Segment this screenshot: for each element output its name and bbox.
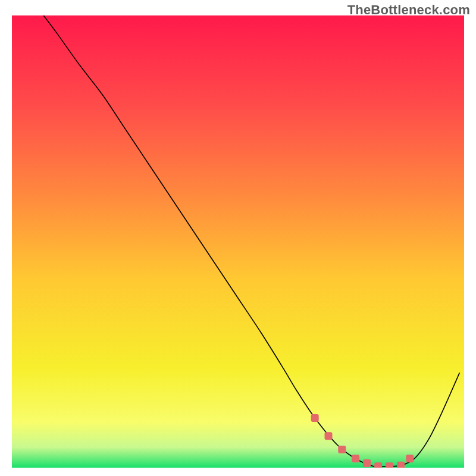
svg-rect-3 (352, 455, 359, 462)
svg-rect-4 (363, 459, 371, 467)
svg-rect-5 (374, 462, 382, 468)
svg-rect-8 (406, 455, 414, 462)
svg-rect-6 (386, 462, 393, 468)
bottleneck-chart (12, 15, 464, 468)
svg-rect-1 (325, 432, 333, 440)
svg-rect-7 (397, 462, 405, 468)
svg-rect-0 (311, 414, 319, 422)
svg-rect-2 (338, 446, 346, 453)
chart-background (12, 15, 464, 468)
chart-container: TheBottleneck.com (0, 0, 476, 476)
